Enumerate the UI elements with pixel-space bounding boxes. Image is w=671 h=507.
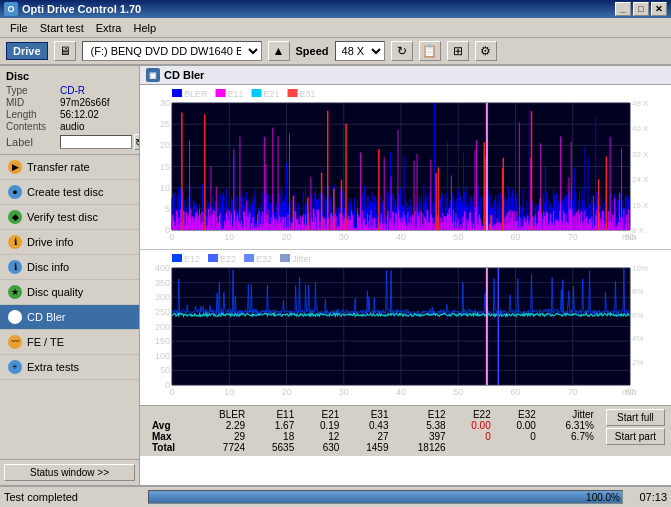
disc-length-label: Length xyxy=(6,109,58,120)
stats-max-e31: 27 xyxy=(345,431,394,442)
stats-max-e11: 18 xyxy=(251,431,300,442)
nav-icon-cd-bler: ▣ xyxy=(8,310,22,324)
chart-bottom-canvas xyxy=(140,250,670,405)
menu-help[interactable]: Help xyxy=(127,20,162,36)
nav-label-verify-test-disc: Verify test disc xyxy=(27,211,98,223)
sidebar-item-disc-quality[interactable]: ★ Disc quality xyxy=(0,280,139,305)
nav-label-transfer-rate: Transfer rate xyxy=(27,161,90,173)
disc-type-value: CD-R xyxy=(60,85,85,96)
disc-length-value: 56:12.02 xyxy=(60,109,99,120)
stats-total-e22 xyxy=(452,442,497,453)
disc-contents-value: audio xyxy=(60,121,84,132)
close-button[interactable]: ✕ xyxy=(651,2,667,16)
sidebar-item-disc-info[interactable]: ℹ Disc info xyxy=(0,255,139,280)
disc-type-label: Type xyxy=(6,85,58,96)
stats-max-e21: 12 xyxy=(300,431,345,442)
eject-button[interactable]: ▲ xyxy=(268,41,290,61)
status-bar: Test completed 100.0% 07:13 xyxy=(0,485,671,507)
drive-bar: Drive 🖥 (F:) BENQ DVD DD DW1640 BSRB ▲ S… xyxy=(0,38,671,66)
nav-label-disc-info: Disc info xyxy=(27,261,69,273)
disc-label-label: Label xyxy=(6,136,58,148)
stats-total-e21: 630 xyxy=(300,442,345,453)
sidebar-item-create-test-disc[interactable]: ● Create test disc xyxy=(0,180,139,205)
sidebar-item-verify-test-disc[interactable]: ◆ Verify test disc xyxy=(0,205,139,230)
stats-avg-e21: 0.19 xyxy=(300,420,345,431)
stats-avg-e11: 1.67 xyxy=(251,420,300,431)
stats-total-jitter xyxy=(542,442,600,453)
content-area: ▣ CD Bler BLER E11 xyxy=(140,66,671,485)
nav-icon-disc-quality: ★ xyxy=(8,285,22,299)
menu-file[interactable]: File xyxy=(4,20,34,36)
sidebar-item-extra-tests[interactable]: + Extra tests xyxy=(0,355,139,380)
disc-contents-label: Contents xyxy=(6,121,58,132)
status-time: 07:13 xyxy=(627,491,667,503)
disc-mid-label: MID xyxy=(6,97,58,108)
stats-table: BLER E11 E21 E31 E12 E22 E32 Jitter Avg … xyxy=(146,409,600,453)
stats-avg-label: Avg xyxy=(146,420,196,431)
disc-section: Disc Type CD-R MID 97m26s66f Length 56:1… xyxy=(0,66,139,155)
nav-label-cd-bler: CD Bler xyxy=(27,311,66,323)
status-text: Test completed xyxy=(4,491,144,503)
stats-total-label: Total xyxy=(146,442,196,453)
drive-label: Drive xyxy=(6,42,48,60)
stats-avg-e31: 0.43 xyxy=(345,420,394,431)
nav-label-create-test-disc: Create test disc xyxy=(27,186,103,198)
chart-icon: ▣ xyxy=(146,68,160,82)
sidebar-item-drive-info[interactable]: ℹ Drive info xyxy=(0,230,139,255)
nav-icon-drive-info: ℹ xyxy=(8,235,22,249)
stats-max-jitter: 6.7% xyxy=(542,431,600,442)
start-part-button[interactable]: Start part xyxy=(606,428,665,445)
stats-avg-e12: 5.38 xyxy=(395,420,452,431)
stats-max-bler: 29 xyxy=(196,431,251,442)
sidebar-item-transfer-rate[interactable]: ▶ Transfer rate xyxy=(0,155,139,180)
status-window-button[interactable]: Status window >> xyxy=(4,464,135,481)
nav-icon-transfer-rate: ▶ xyxy=(8,160,22,174)
nav-icon-fe-te: 〰 xyxy=(8,335,22,349)
menu-start-test[interactable]: Start test xyxy=(34,20,90,36)
nav-icon-disc-info: ℹ xyxy=(8,260,22,274)
nav-items: ▶ Transfer rate ● Create test disc ◆ Ver… xyxy=(0,155,139,459)
menu-extra[interactable]: Extra xyxy=(90,20,128,36)
chart-title-text: CD Bler xyxy=(164,69,204,81)
progress-percent: 100.0% xyxy=(586,491,620,505)
chart-container: BLER E11 E21 E31 E12 E22 E32 Jitter Avg … xyxy=(140,85,671,485)
progress-fill xyxy=(149,491,622,503)
stats-header-e31: E31 xyxy=(345,409,394,420)
app-title: Opti Drive Control 1.70 xyxy=(22,3,141,15)
stats-max-e32: 0 xyxy=(497,431,542,442)
disc-section-title: Disc xyxy=(6,70,133,82)
drive-extra-button[interactable]: ⊞ xyxy=(447,41,469,61)
progress-bar: 100.0% xyxy=(148,490,623,504)
stats-header-e21: E21 xyxy=(300,409,345,420)
title-bar: O Opti Drive Control 1.70 _ □ ✕ xyxy=(0,0,671,18)
stats-avg-bler: 2.29 xyxy=(196,420,251,431)
nav-label-drive-info: Drive info xyxy=(27,236,73,248)
stats-avg-e32: 0.00 xyxy=(497,420,542,431)
speed-select[interactable]: 48 X xyxy=(335,41,385,61)
chart-bottom xyxy=(140,250,671,405)
stats-total-e11: 5635 xyxy=(251,442,300,453)
drive-icon: 🖥 xyxy=(54,41,76,61)
sidebar-item-fe-te[interactable]: 〰 FE / TE xyxy=(0,330,139,355)
copy-button[interactable]: 📋 xyxy=(419,41,441,61)
stats-max-label: Max xyxy=(146,431,196,442)
refresh-drive-button[interactable]: ↻ xyxy=(391,41,413,61)
stats-total-e12: 18126 xyxy=(395,442,452,453)
sidebar-item-cd-bler[interactable]: ▣ CD Bler xyxy=(0,305,139,330)
drive-select[interactable]: (F:) BENQ DVD DD DW1640 BSRB xyxy=(82,41,262,61)
nav-label-extra-tests: Extra tests xyxy=(27,361,79,373)
disc-mid-value: 97m26s66f xyxy=(60,97,109,108)
stats-header-e32: E32 xyxy=(497,409,542,420)
stats-max-e12: 397 xyxy=(395,431,452,442)
stats-avg-e22: 0.00 xyxy=(452,420,497,431)
settings-button[interactable]: ⚙ xyxy=(475,41,497,61)
stats-header-e22: E22 xyxy=(452,409,497,420)
minimize-button[interactable]: _ xyxy=(615,2,631,16)
maximize-button[interactable]: □ xyxy=(633,2,649,16)
stats-header-bler: BLER xyxy=(196,409,251,420)
stats-max-e22: 0 xyxy=(452,431,497,442)
start-full-button[interactable]: Start full xyxy=(606,409,665,426)
sidebar: Disc Type CD-R MID 97m26s66f Length 56:1… xyxy=(0,66,140,485)
window-controls[interactable]: _ □ ✕ xyxy=(615,2,667,16)
disc-label-input[interactable] xyxy=(60,135,132,149)
